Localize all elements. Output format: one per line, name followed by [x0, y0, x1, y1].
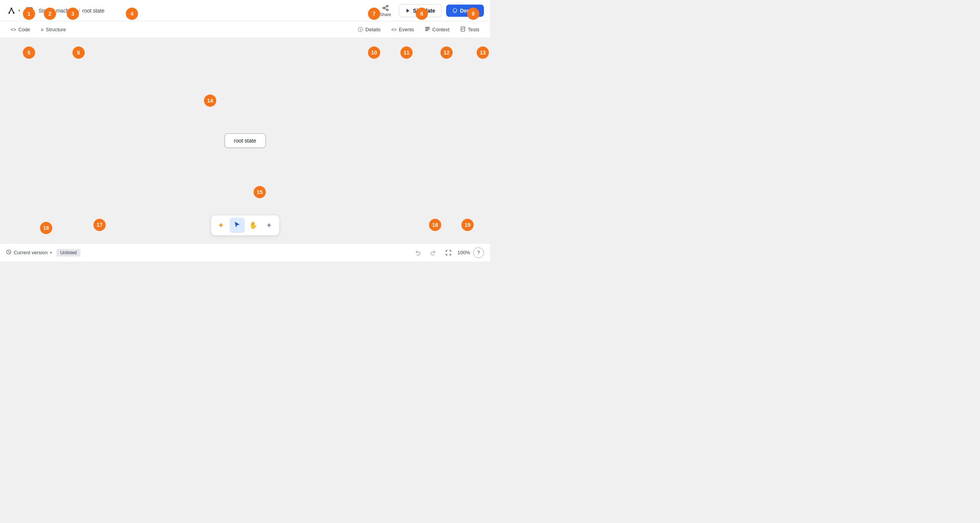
svg-point-2	[13, 12, 14, 14]
root-state-node[interactable]: root state	[224, 133, 265, 148]
svg-rect-3	[26, 8, 32, 14]
header-left: ▾ Starter machine / root state	[6, 5, 377, 17]
canvas-toolbar: ✦ ✋ +	[211, 215, 280, 236]
svg-point-0	[11, 8, 12, 9]
tab-context[interactable]: Context	[420, 24, 454, 35]
svg-point-1	[8, 12, 10, 14]
svg-point-6	[383, 7, 384, 9]
events-label: Events	[399, 27, 414, 32]
state-node-label: root state	[234, 138, 256, 144]
help-button[interactable]: ?	[473, 247, 484, 258]
help-icon: ?	[477, 250, 480, 255]
breadcrumb-separator: /	[79, 8, 80, 14]
svg-point-5	[387, 5, 388, 7]
redo-icon	[430, 250, 436, 256]
svg-point-7	[387, 9, 388, 11]
zoom-level: 100%	[458, 250, 470, 255]
svg-rect-11	[425, 27, 430, 28]
breadcrumb-project[interactable]: Starter machine	[39, 8, 76, 14]
tab-events[interactable]: <> Events	[387, 24, 419, 35]
ai-tool-button[interactable]: ✦	[214, 218, 229, 233]
svg-line-8	[384, 6, 387, 8]
breadcrumb: Starter machine / root state	[39, 8, 104, 14]
tab-tests[interactable]: Tests	[456, 24, 484, 35]
statusbar: Current version ▾ Unlisted	[0, 243, 490, 262]
code-label: Code	[18, 27, 30, 32]
header-right: Share Simulate Deploy	[377, 3, 484, 18]
select-cursor-icon	[234, 221, 241, 230]
share-icon	[382, 5, 389, 11]
breadcrumb-current: root state	[82, 8, 104, 14]
statusbar-right: 100% ?	[412, 247, 484, 259]
unlisted-badge[interactable]: Unlisted	[56, 249, 80, 257]
redo-button[interactable]	[427, 247, 439, 259]
sidebar-toggle-button[interactable]	[23, 5, 35, 17]
fullscreen-button[interactable]	[442, 247, 455, 259]
header: ▾ Starter machine / root state Share	[0, 0, 490, 21]
context-icon	[425, 26, 430, 33]
tests-label: Tests	[468, 27, 479, 32]
logo-area[interactable]: ▾	[6, 5, 20, 16]
structure-icon: ≡	[41, 27, 43, 32]
code-icon: <>	[11, 27, 16, 32]
version-chevron-icon: ▾	[50, 250, 52, 255]
add-node-button[interactable]: +	[262, 218, 277, 233]
statusbar-left: Current version ▾ Unlisted	[6, 249, 412, 257]
svg-rect-13	[425, 30, 428, 31]
add-plus-icon: +	[267, 221, 272, 230]
share-button[interactable]: Share	[377, 3, 394, 18]
fullscreen-icon	[445, 250, 451, 256]
ai-sparkle-icon: ✦	[218, 221, 224, 230]
deploy-button[interactable]: Deploy	[446, 5, 484, 17]
details-label: Details	[365, 27, 381, 32]
subnav-right: ⓘ Details <> Events Context	[353, 24, 484, 35]
svg-rect-12	[425, 29, 430, 29]
version-button[interactable]: Current version ▾	[6, 249, 52, 256]
subnav-left: <> Code ≡ Structure	[6, 24, 353, 35]
subnav: <> Code ≡ Structure ⓘ Details <> Events …	[0, 21, 490, 38]
unlisted-label: Unlisted	[60, 250, 77, 255]
deploy-label: Deploy	[460, 8, 478, 14]
select-tool-button[interactable]	[230, 218, 245, 233]
share-label: Share	[380, 12, 391, 17]
tab-structure[interactable]: ≡ Structure	[36, 24, 71, 35]
undo-icon	[415, 250, 421, 256]
tab-details[interactable]: ⓘ Details	[353, 24, 385, 35]
deploy-icon	[452, 8, 458, 13]
events-icon: <>	[391, 27, 397, 32]
undo-button[interactable]	[412, 247, 424, 259]
version-history-icon	[6, 249, 11, 256]
details-icon: ⓘ	[358, 26, 363, 33]
logo-chevron-icon: ▾	[18, 8, 20, 13]
simulate-button[interactable]: Simulate	[399, 4, 442, 17]
svg-line-9	[384, 8, 387, 10]
version-label: Current version	[14, 250, 48, 255]
context-label: Context	[432, 27, 450, 32]
structure-label: Structure	[46, 27, 66, 32]
tests-icon	[460, 26, 466, 33]
canvas[interactable]: root state ✦ ✋ +	[0, 38, 490, 243]
logo-icon	[6, 5, 17, 16]
pan-tool-button[interactable]: ✋	[246, 218, 261, 233]
simulate-play-icon	[405, 8, 411, 13]
svg-rect-14	[461, 27, 465, 31]
pan-hand-icon: ✋	[249, 221, 257, 229]
simulate-label: Simulate	[413, 8, 435, 14]
svg-marker-10	[406, 9, 410, 13]
tab-code[interactable]: <> Code	[6, 24, 35, 35]
